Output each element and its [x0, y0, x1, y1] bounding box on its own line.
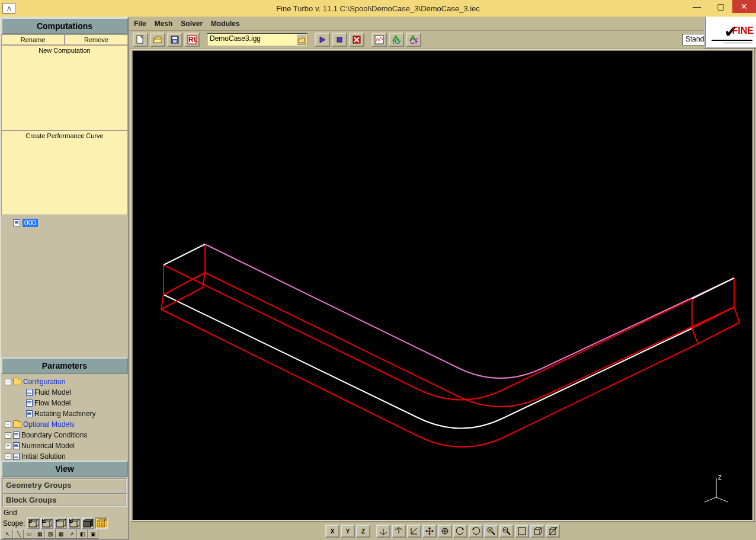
tool-line[interactable]: ╲ — [13, 529, 24, 539]
tree-numerical-model[interactable]: + Numerical Model — [2, 440, 127, 451]
svg-line-60 — [164, 273, 205, 295]
svg-line-72 — [704, 497, 716, 502]
save-button[interactable] — [167, 33, 182, 47]
svg-marker-89 — [432, 530, 434, 532]
zoom-in-button[interactable] — [484, 525, 498, 538]
tree-fluid-model[interactable]: Fluid Model — [2, 387, 127, 398]
app-icon: ꓥ — [2, 3, 15, 14]
document-icon — [13, 442, 20, 449]
view-iso1-button[interactable] — [376, 525, 390, 538]
block-groups-header[interactable]: Block Groups — [2, 493, 127, 507]
new-computation-button[interactable]: New Computation — [1, 45, 128, 130]
orbit-button[interactable] — [438, 525, 452, 538]
expand-icon[interactable]: + — [5, 421, 11, 428]
cancel-button[interactable] — [349, 33, 364, 47]
svg-line-81 — [411, 528, 417, 534]
tool-shade[interactable]: ▣ — [88, 529, 98, 539]
expand-icon[interactable]: + — [5, 453, 11, 460]
rotate-left-button[interactable] — [453, 525, 467, 538]
viewport-3d[interactable]: z — [130, 49, 755, 522]
tool-grid3[interactable]: ▩ — [56, 529, 66, 539]
tool-select[interactable]: ▭ — [24, 529, 34, 539]
axis-indicator: z — [701, 474, 731, 503]
view-y-button[interactable]: Y — [341, 525, 355, 538]
play-button[interactable] — [315, 33, 330, 47]
svg-marker-87 — [428, 533, 431, 535]
igg-tool-button[interactable]: IGG — [389, 33, 404, 47]
computation-item[interactable]: 000 — [4, 219, 126, 227]
tree-rotating-machinery[interactable]: Rotating Machinery — [2, 408, 127, 419]
svg-line-96 — [492, 532, 495, 535]
tool-grid2[interactable]: ▨ — [45, 529, 56, 539]
tool-paint[interactable]: ◧ — [77, 529, 88, 539]
svg-marker-48 — [299, 38, 305, 43]
svg-text:S: S — [28, 519, 33, 525]
tool-pointer[interactable]: ↖ — [2, 529, 13, 539]
expand-icon[interactable]: + — [5, 443, 11, 449]
view-iso2-button[interactable] — [392, 525, 406, 538]
collapse-icon[interactable]: − — [5, 379, 11, 385]
document-icon — [26, 389, 33, 396]
rotate-right-button[interactable] — [469, 525, 483, 538]
maximize-button[interactable]: ▢ — [709, 0, 732, 13]
svg-line-73 — [716, 497, 728, 502]
expand-icon[interactable]: + — [5, 432, 11, 439]
menu-solver[interactable]: Solver — [181, 20, 203, 28]
scope-mesh-button[interactable]: P — [95, 517, 108, 529]
run-button[interactable]: RUN — [184, 33, 200, 47]
tree-optional-models[interactable]: + Optional Models — [2, 419, 127, 430]
svg-rect-54 — [375, 36, 383, 44]
menu-modules[interactable]: Modules — [211, 20, 240, 28]
scope-wireframe-f-button[interactable]: F — [54, 517, 67, 529]
monitor-button[interactable] — [371, 33, 387, 47]
document-icon — [26, 400, 33, 407]
view-panel-title: View — [1, 461, 128, 477]
tree-initial-solution[interactable]: + Initial Solution — [2, 451, 127, 461]
geometry-groups-header[interactable]: Geometry Groups — [2, 478, 127, 492]
svg-line-3 — [36, 525, 39, 527]
tree-boundary-conditions[interactable]: + Boundary Conditions — [2, 430, 127, 440]
svg-line-66 — [692, 278, 734, 299]
grid-label: Grid — [1, 508, 128, 517]
tool-grid1[interactable]: ▦ — [34, 529, 45, 539]
new-file-button[interactable] — [133, 33, 148, 47]
window-titlebar: ꓥ Fine Turbo v. 11.1 C:\Spool\DemoCase_3… — [0, 0, 756, 17]
scope-wireframe-b-button[interactable]: B — [68, 517, 81, 529]
tree-flow-model[interactable]: Flow Model — [2, 398, 127, 408]
svg-line-62 — [161, 287, 203, 309]
cfv-tool-button[interactable]: CFV — [406, 33, 421, 47]
close-button[interactable]: ✕ — [732, 0, 756, 13]
tool-arrow[interactable]: ↗ — [66, 529, 77, 539]
pan-button[interactable] — [422, 525, 437, 538]
scope-shaded-button[interactable] — [81, 517, 94, 529]
stop-button[interactable] — [332, 33, 347, 47]
svg-line-68 — [692, 328, 698, 344]
fit-view-button[interactable] — [515, 525, 529, 538]
left-sidebar: Computations Rename Remove New Computati… — [0, 17, 129, 540]
view-z-button[interactable]: Z — [356, 525, 370, 538]
menu-mesh[interactable]: Mesh — [155, 20, 173, 28]
menu-file[interactable]: File — [134, 20, 146, 28]
mesh-file-field[interactable]: DemoCase3.igg — [207, 33, 307, 46]
rotate-axes-button[interactable] — [407, 525, 421, 538]
clip-view-button[interactable] — [546, 525, 560, 538]
tree-configuration[interactable]: − Configuration — [2, 376, 127, 387]
box-view-button[interactable] — [530, 525, 544, 538]
view-x-button[interactable]: X — [325, 525, 339, 538]
scope-wireframe-s-button[interactable]: S — [27, 517, 40, 529]
svg-line-67 — [692, 307, 734, 328]
create-performance-curve-button[interactable]: Create Performance Curve — [1, 130, 128, 216]
svg-text:CFV: CFV — [410, 37, 418, 44]
svg-text:P: P — [104, 519, 107, 525]
svg-text:RUN: RUN — [188, 36, 197, 44]
svg-marker-88 — [425, 530, 427, 532]
zoom-out-button[interactable] — [499, 525, 514, 538]
mesh-file-dropdown-icon[interactable] — [297, 34, 306, 45]
remove-button[interactable]: Remove — [65, 34, 128, 45]
minimize-button[interactable]: — — [685, 0, 709, 13]
open-file-button[interactable] — [150, 33, 165, 47]
document-icon — [26, 410, 33, 417]
scope-wireframe-e-button[interactable]: E — [40, 517, 53, 529]
svg-marker-42 — [153, 39, 162, 43]
rename-button[interactable]: Rename — [1, 34, 65, 45]
